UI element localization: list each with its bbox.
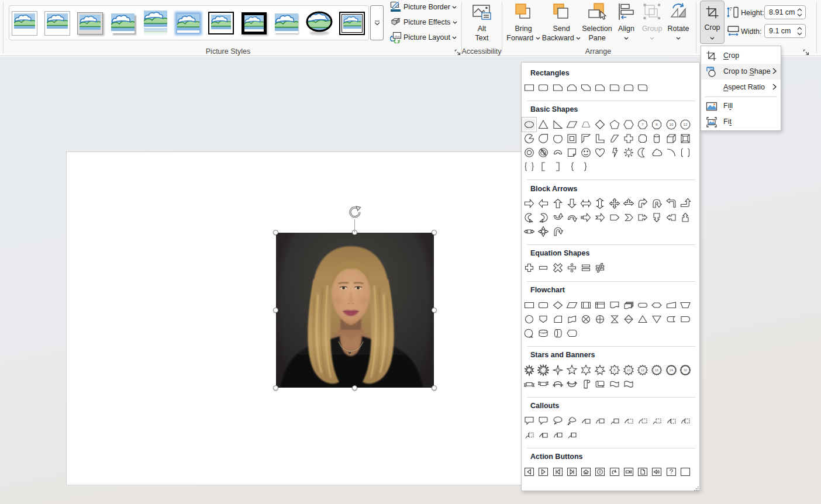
svg-text:32: 32 [684, 368, 687, 372]
svg-text:10: 10 [669, 122, 673, 126]
svg-text:24: 24 [670, 368, 673, 372]
svg-text:12: 12 [683, 122, 687, 126]
svg-text:8: 8 [613, 368, 615, 372]
svg-text:10: 10 [627, 368, 630, 372]
svg-text:7: 7 [641, 122, 644, 126]
svg-text:12: 12 [641, 368, 644, 372]
svg-text:8: 8 [656, 122, 658, 126]
svg-text:16: 16 [655, 368, 658, 372]
